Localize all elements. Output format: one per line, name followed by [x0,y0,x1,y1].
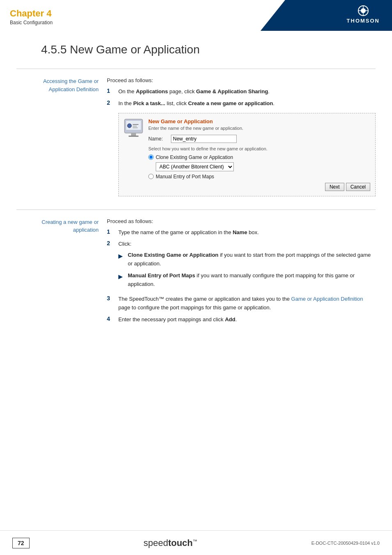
name-input[interactable] [171,135,237,143]
sub-bullet-1: ▶ Clone Existing Game or Application if … [118,251,376,268]
form-subtitle: Enter the name of the new game or applic… [148,126,370,131]
section-creating-line1: Creating a new game or [42,219,99,225]
step-text-1-1: On the Applications page, click Game & A… [118,88,376,96]
section-creating-content: Proceed as follows: 1 Type the name of t… [107,218,376,327]
sub-bullet-2: ▶ Manual Entry of Port Maps if you want … [118,272,376,289]
step-text-1-2: In the Pick a task... list, click Create… [118,99,376,108]
form-select-desc: Select how you want to define the new ga… [148,146,370,151]
radio-manual-row: Manual Entry of Port Maps [148,174,370,180]
section-accessing-content: Proceed as follows: 1 On the Application… [107,77,376,201]
chapter-word: Chapter [10,8,44,18]
steps-list-1: 1 On the Applications page, click Game &… [107,88,376,108]
form-name-row: Name: [148,135,370,143]
form-buttons: Next Cancel [148,183,370,191]
clone-select[interactable]: ABC (Another Bitorent Client) [156,162,234,171]
section-creating-line2: application [73,227,99,233]
svg-rect-7 [129,136,138,137]
section-accessing-label: Accessing the Game or Application Defini… [16,77,107,201]
next-button[interactable]: Next [325,183,344,191]
step-num-2-2: 2 [107,240,115,246]
step-2-1: 1 Type the name of the game or applicati… [107,228,376,237]
step-text-2-2: Click: ▶ Clone Existing Game or Applicat… [118,240,376,292]
step-text-2-1: Type the name of the game or application… [118,228,376,237]
page-number: 72 [12,538,30,548]
arrow-icon-1: ▶ [118,251,126,260]
svg-rect-6 [131,133,136,136]
radio-clone-row: Clone Existing Game or Application [148,154,370,160]
sub-bullets: ▶ Clone Existing Game or Application if … [118,251,376,288]
step-num-1-1: 1 [107,88,115,94]
thomson-logo-icon [357,5,370,16]
form-title: New Game or Application [148,118,370,124]
speedtouch-logo: speedtouch™ [143,538,197,548]
step-num-2-3: 3 [107,295,115,302]
clone-dropdown-row: ABC (Another Bitorent Client) [156,162,370,171]
section-label-line2: Application Definition [49,86,99,92]
step-1-1: 1 On the Applications page, click Game &… [107,88,376,96]
page-header: THOMSON Chapter 4 Basic Configuration [0,0,392,31]
main-content: 4.5.5 New Game or Application Accessing … [0,31,392,352]
step-2-4: 4 Enter the necessary port mappings and … [107,315,376,324]
section-accessing: Accessing the Game or Application Defini… [16,69,376,201]
radio-manual-label: Manual Entry of Port Maps [156,174,214,180]
page-title: 4.5.5 New Game or Application [16,43,376,56]
step-text-2-3: The SpeedTouch™ creates the game or appl… [118,295,376,312]
logo-speed-text: speed [143,538,168,548]
thomson-text: THOMSON [347,18,380,24]
svg-rect-11 [133,127,138,128]
section-label-line1: Accessing the Game or [43,78,99,84]
chapter-title: Chapter 4 [10,8,53,19]
proceed-text-1: Proceed as follows: [107,77,376,83]
step-num-2-1: 1 [107,228,115,235]
logo-touch-text: touch [168,538,193,548]
chapter-subtitle: Basic Configuration [10,20,53,25]
form-screenshot: New Game or Application Enter the name o… [118,113,376,196]
steps-list-2: 1 Type the name of the game or applicati… [107,228,376,324]
step-2-2: 2 Click: ▶ Clone Existing Game or Applic… [107,240,376,292]
proceed-text-2: Proceed as follows: [107,218,376,224]
radio-clone-label: Clone Existing Game or Application [156,154,233,160]
section-creating: Creating a new game or application Proce… [16,210,376,327]
svg-rect-9 [133,124,138,125]
step-num-1-2: 2 [107,99,115,106]
screenshot-network-icon [124,118,143,138]
logo-tm-text: ™ [193,538,197,543]
svg-rect-10 [133,126,137,127]
thomson-logo: THOMSON [347,5,380,24]
cancel-button[interactable]: Cancel [346,183,370,191]
chapter-label: Chapter 4 Basic Configuration [10,8,53,25]
radio-manual[interactable] [148,174,154,179]
step-1-2: 2 In the Pick a task... list, click Crea… [107,99,376,108]
name-label: Name: [148,136,171,142]
sub-bullet-2-text: Manual Entry of Port Maps if you want to… [128,272,376,289]
step-text-2-4: Enter the necessary port mappings and cl… [118,315,376,324]
step-num-2-4: 4 [107,315,115,322]
section-creating-label: Creating a new game or application [16,218,107,327]
doc-reference: E-DOC-CTC-20050429-0104 v1.0 [311,541,380,546]
svg-point-8 [127,124,131,128]
arrow-icon-2: ▶ [118,272,126,281]
new-game-form: New Game or Application Enter the name o… [148,118,370,191]
sub-bullet-1-text: Clone Existing Game or Application if yo… [128,251,376,268]
chapter-num: 4 [44,8,51,18]
step-2-3: 3 The SpeedTouch™ creates the game or ap… [107,295,376,312]
game-def-link[interactable]: Game or Application Definition [291,296,363,302]
radio-clone[interactable] [148,154,154,160]
page-footer: 72 speedtouch™ E-DOC-CTC-20050429-0104 v… [0,530,392,555]
